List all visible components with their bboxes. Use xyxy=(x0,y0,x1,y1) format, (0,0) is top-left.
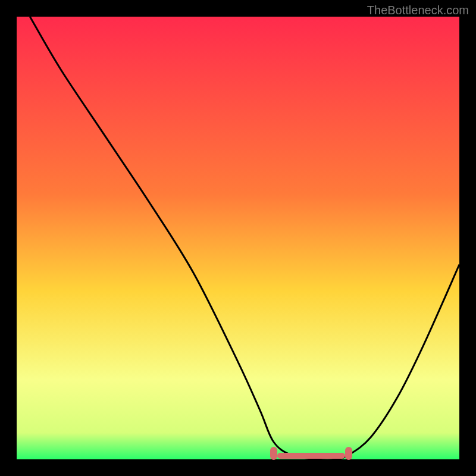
chart-frame xyxy=(17,17,459,459)
optimal-zone-marker-left xyxy=(270,447,277,460)
optimal-zone-marker-right xyxy=(345,447,352,460)
bottleneck-curve xyxy=(17,17,459,459)
watermark-text: TheBottleneck.com xyxy=(367,4,469,17)
optimal-zone-marker-mid xyxy=(277,453,345,459)
